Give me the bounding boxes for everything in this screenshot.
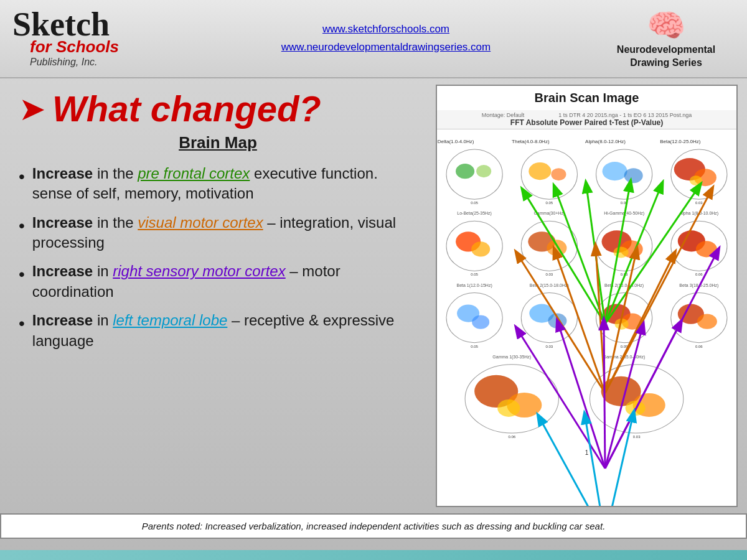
svg-point-61 [697,314,717,329]
main-content: ➤ What changed? Brain Map • Increase in … [0,78,747,513]
svg-text:0.03: 0.03 [695,201,703,205]
bullet-dot: • [19,312,25,335]
svg-point-5 [456,164,474,179]
bold-increase: Increase [32,214,93,231]
svg-text:Alpha(8.0-12.0Hz): Alpha(8.0-12.0Hz) [585,139,626,144]
bullet-content: Increase in right sensory motor cortex –… [32,261,417,302]
bottom-bar [0,550,747,560]
svg-text:0.05: 0.05 [471,345,478,348]
svg-point-73 [626,401,646,416]
bullet-dot: • [19,263,25,286]
header: Sketch for Schools Publishing, Inc. www.… [0,0,747,78]
bold-increase: Increase [32,263,93,279]
bullet-content: Increase in the visual motor cortex – in… [32,213,417,253]
for-schools-text: for Schools [12,37,174,57]
svg-point-40 [696,241,717,257]
svg-point-57 [615,319,629,330]
svg-point-14 [624,168,643,183]
svg-text:0.08: 0.08 [621,201,628,205]
svg-point-9 [529,162,551,180]
left-panel: ➤ What changed? Brain Map • Increase in … [0,78,436,513]
sensory-motor-link[interactable]: right sensory motor cortex [113,263,285,279]
svg-text:0.03: 0.03 [546,273,553,276]
bold-increase: Increase [32,312,93,329]
svg-text:Beta 2(15.0-18.0Hz): Beta 2(15.0-18.0Hz) [604,282,644,287]
main-heading: What changed? [52,91,321,127]
bullet-dot: • [19,165,25,189]
list-item: • Increase in the visual motor cortex – … [19,213,417,253]
svg-point-13 [603,162,627,180]
svg-text:0.05: 0.05 [471,201,478,205]
svg-text:Beta 3(18.0-25.0Hz): Beta 3(18.0-25.0Hz) [679,282,718,287]
svg-text:Lo-Beta(25-35Hz): Lo-Beta(25-35Hz) [457,211,492,216]
brain-scan-title: Brain Scan Image [437,86,736,110]
svg-text:Hi-Gamma(40-50Hz): Hi-Gamma(40-50Hz) [604,211,644,216]
svg-text:Delta(1.0-4.0Hz): Delta(1.0-4.0Hz) [438,139,474,144]
svg-text:0.06: 0.06 [508,435,515,439]
svg-text:Gamma 2(35.0-40Hz): Gamma 2(35.0-40Hz) [603,355,646,360]
svg-point-6 [476,165,491,177]
svg-text:0.06: 0.06 [695,273,703,276]
svg-text:0.06: 0.06 [695,345,703,348]
brain-scan-svg: Delta(1.0-4.0Hz) Theta(4.0-8.0Hz) Alpha(… [437,129,736,506]
bullet-list: • Increase in the pre frontal cortex exe… [19,164,417,351]
svg-point-27 [471,241,490,256]
center-links: www.sketchforschools.com www.neurodevelo… [174,21,598,57]
arrow-icon: ➤ [19,93,46,125]
list-item: • Increase in right sensory motor cortex… [19,261,417,302]
bold-increase: Increase [32,165,93,182]
right-brand: 🧠 Neurodevelopmental Drawing Series [598,7,735,70]
svg-point-31 [547,240,566,256]
list-item: • Increase in the pre frontal cortex exe… [19,164,417,204]
svg-text:0.05: 0.05 [471,273,478,276]
list-item: • Increase in left temporal lobe – recep… [19,310,417,351]
svg-point-19 [690,175,702,185]
brain-map-label: Brain Map [19,133,417,152]
visual-motor-link[interactable]: visual motor cortex [138,214,263,231]
bullet-content: Increase in left temporal lobe – recepti… [32,310,417,351]
website2-link[interactable]: www.neurodevelopmentaldrawingseries.com [174,39,598,57]
temporal-lobe-link[interactable]: left temporal lobe [113,312,227,329]
prefrontal-link[interactable]: pre frontal cortex [138,165,250,182]
svg-point-52 [548,314,566,329]
svg-point-48 [472,315,489,329]
svg-text:1: 1 [585,449,589,456]
svg-text:0.03: 0.03 [621,273,628,276]
slide: Sketch for Schools Publishing, Inc. www.… [0,0,747,560]
neuro-brand-text: Neurodevelopmental Drawing Series [617,44,715,70]
brain-scan-image: Delta(1.0-4.0Hz) Theta(4.0-8.0Hz) Alpha(… [437,129,736,506]
svg-text:0.05: 0.05 [546,201,553,205]
brain-scan-container: Brain Scan Image Montage: Default 1 ts D… [436,85,738,507]
bullet-dot: • [19,214,25,238]
svg-text:Gamma 1(30-35Hz): Gamma 1(30-35Hz) [492,355,531,360]
svg-point-10 [551,168,566,180]
footer-note: Parents noted: Increased verbalization, … [0,513,747,539]
heading-area: ➤ What changed? [19,91,417,127]
svg-text:Beta 1(12.0-15Hz): Beta 1(12.0-15Hz) [457,282,492,287]
svg-text:0.03: 0.03 [546,345,553,348]
right-panel: Brain Scan Image Montage: Default 1 ts D… [436,78,747,513]
svg-point-4 [446,149,502,199]
publishing-text: Publishing, Inc. [12,57,174,68]
svg-text:Beta(12.0-25.0Hz): Beta(12.0-25.0Hz) [660,139,701,144]
svg-point-36 [614,246,629,258]
bullet-content: Increase in the pre frontal cortex execu… [32,164,417,204]
svg-text:Gamma(30+Hz): Gamma(30+Hz) [533,211,565,216]
svg-text:0.05: 0.05 [621,345,628,348]
sketch-logo: Sketch [12,9,174,40]
brain-logo-icon: 🧠 [647,7,685,44]
website1-link[interactable]: www.sketchforschools.com [174,21,598,39]
svg-text:Beta 2(15.0-18.0Hz): Beta 2(15.0-18.0Hz) [530,282,569,287]
scan-header: Montage: Default 1 ts DTR 4 20 2015.nga … [437,110,736,129]
svg-point-68 [497,399,520,417]
logo-area: Sketch for Schools Publishing, Inc. [12,9,174,68]
footer-text: Parents noted: Increased verbalization, … [142,521,606,531]
svg-text:Alpha 1(8.0-10.0Hz): Alpha 1(8.0-10.0Hz) [680,211,719,216]
svg-text:0.03: 0.03 [633,435,641,439]
svg-text:Theta(4.0-8.0Hz): Theta(4.0-8.0Hz) [512,139,550,144]
